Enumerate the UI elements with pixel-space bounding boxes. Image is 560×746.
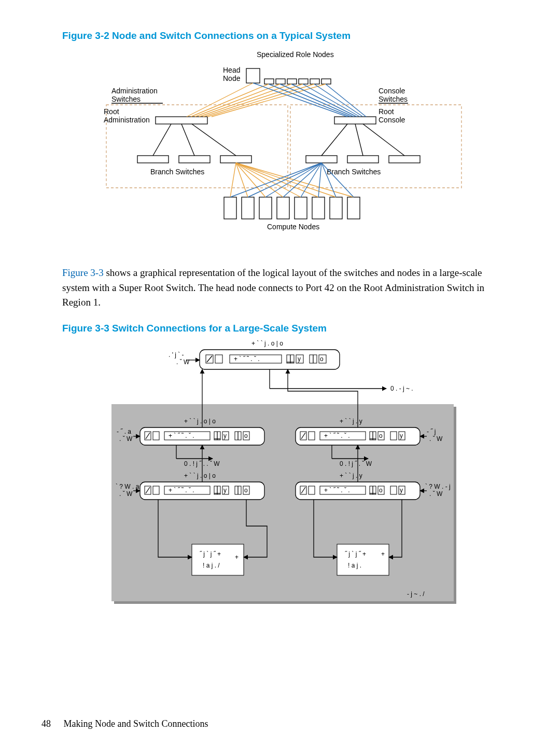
svg-text:.   ' j `    -: . ' j ` - xyxy=(169,351,184,358)
svg-text:. ˇ W: . ˇ W xyxy=(429,490,443,498)
svg-rect-5 xyxy=(321,79,331,84)
svg-line-46 xyxy=(236,163,301,197)
label-console-switches-2: Switches xyxy=(379,95,408,103)
body-paragraph: Figure 3-3 shows a graphical representat… xyxy=(62,266,498,310)
svg-rect-34 xyxy=(224,197,236,219)
svg-text:o: o xyxy=(320,355,324,363)
svg-rect-86 xyxy=(153,432,159,440)
svg-line-30 xyxy=(192,124,236,156)
svg-line-32 xyxy=(355,124,363,156)
svg-rect-3 xyxy=(299,79,308,84)
svg-rect-100 xyxy=(309,432,315,440)
svg-text:o: o xyxy=(244,487,248,494)
figure-3-3-diagram: .g-outer{fill:#b7b7b7;stroke:none} .g-sh… xyxy=(62,339,498,614)
svg-line-52 xyxy=(265,163,321,197)
label-compute-nodes: Compute Nodes xyxy=(267,223,319,231)
svg-rect-25 xyxy=(306,156,337,163)
svg-line-31 xyxy=(321,124,347,156)
svg-text:. ˇ W: . ˇ W xyxy=(176,358,190,366)
svg-rect-22 xyxy=(137,156,169,163)
svg-text:. ˇ W: . ˇ W xyxy=(119,490,133,498)
svg-rect-108 xyxy=(390,432,397,440)
svg-text:+: + xyxy=(235,554,239,561)
svg-text:o: o xyxy=(379,487,383,494)
body-paragraph-text: shows a graphical representation of the … xyxy=(62,267,484,308)
svg-rect-135 xyxy=(309,486,315,494)
svg-line-13 xyxy=(207,84,314,117)
svg-text:˝  j `  j ˝   +: ˝ j ` j ˝ + xyxy=(345,550,366,558)
svg-rect-23 xyxy=(179,156,210,163)
svg-text:+  ` ˝ ˜ . ˇ .: + ` ˝ ˜ . ˇ . xyxy=(169,487,194,494)
svg-rect-35 xyxy=(242,197,254,219)
svg-text:˝  j `  j ˝  +: ˝ j ` j ˝ + xyxy=(200,550,221,558)
svg-text:+  ` ˝ ˜ . ˇ .: + ` ˝ ˜ . ˇ . xyxy=(234,355,260,363)
svg-text:+ `     `  j .   o | o: + ` ` j . o | o xyxy=(184,418,216,425)
svg-rect-121 xyxy=(153,486,159,494)
svg-text:+  ` ˝ ˜ . ˇ .: + ` ˝ ˜ . ˇ . xyxy=(169,432,194,439)
svg-text:-   ˝  . a: - ˝ . a xyxy=(117,428,131,435)
svg-text:0  . ! j  ˝ .    ˇ W: 0 . ! j ˝ . ˇ W xyxy=(340,460,372,467)
svg-text:-     ˝        j: - ˝ j xyxy=(427,428,436,435)
label-specialized-role-nodes: Specialized Role Nodes xyxy=(257,50,334,59)
svg-text:. ˇ W: . ˇ W xyxy=(119,435,133,443)
svg-text:y: y xyxy=(298,355,301,363)
svg-text:+  ` ˝ ˜ . ˇ .: + ` ˝ ˜ . ˇ . xyxy=(324,487,350,494)
svg-line-42 xyxy=(230,163,236,197)
svg-line-53 xyxy=(283,163,321,197)
svg-line-28 xyxy=(153,124,171,156)
label-head: Head xyxy=(223,66,240,74)
svg-line-33 xyxy=(363,124,404,156)
svg-line-17 xyxy=(280,84,354,117)
svg-text:y: y xyxy=(223,432,227,439)
svg-rect-1 xyxy=(276,79,285,84)
svg-rect-39 xyxy=(312,197,325,219)
svg-rect-0 xyxy=(264,79,274,84)
svg-rect-2 xyxy=(287,79,297,84)
label-branch-switches-left: Branch Switches xyxy=(150,168,204,176)
svg-text:o: o xyxy=(379,432,383,439)
svg-rect-40 xyxy=(330,197,342,219)
page-number: 48 xyxy=(41,719,61,729)
svg-text:y: y xyxy=(400,432,403,439)
svg-text:` ? W .    -   j: ` ? W . - j xyxy=(425,483,451,490)
svg-rect-37 xyxy=(277,197,289,219)
label-head-node: Node xyxy=(223,74,241,82)
svg-text:o: o xyxy=(244,432,248,439)
svg-text:!   a j . /: ! a j . / xyxy=(203,562,220,569)
svg-rect-36 xyxy=(259,197,272,219)
figure-3-2-diagram: .lbl{font-family:Arial,sans-serif;font-s… xyxy=(62,47,498,244)
svg-text:0  . - j ~     .: 0 . - j ~ . xyxy=(390,385,413,392)
svg-line-10 xyxy=(195,84,280,117)
label-branch-switches-right: Branch Switches xyxy=(327,168,381,176)
svg-text:- j ~       . /: - j ~ . / xyxy=(407,590,425,598)
svg-text:!   a j .: ! a j . xyxy=(348,562,361,569)
figure-3-2-title: Figure 3-2 Node and Switch Connections o… xyxy=(62,30,498,42)
svg-text:` ? W  .  a: ` ? W . a xyxy=(116,483,139,490)
svg-rect-41 xyxy=(347,197,360,219)
svg-line-11 xyxy=(199,84,291,117)
svg-text:. ˇ W: . ˇ W xyxy=(429,435,443,443)
svg-text:y: y xyxy=(400,487,403,494)
svg-text:y: y xyxy=(223,487,227,494)
svg-rect-143 xyxy=(390,486,397,494)
svg-text:+ `     `  j .    y: + ` ` j . y xyxy=(340,472,362,479)
head-node-box xyxy=(246,68,260,83)
svg-text:+: + xyxy=(381,550,385,558)
svg-text:+  ` ˝ ˜ . ˇ .: + ` ˝ ˜ . ˇ . xyxy=(324,432,350,439)
svg-text:+ `     `  j .    y: + ` ` j . y xyxy=(340,418,362,425)
figure-3-3-link[interactable]: Figure 3-3 xyxy=(62,267,104,278)
svg-rect-61 xyxy=(215,355,222,363)
svg-text:+ `    ` j .   o | o: + ` ` j . o | o xyxy=(251,340,283,347)
root-admin-switch xyxy=(156,117,207,124)
root-console-switch xyxy=(334,117,376,124)
svg-rect-4 xyxy=(310,79,319,84)
svg-rect-38 xyxy=(295,197,307,219)
label-admin-switches-1: Administration xyxy=(111,87,158,95)
label-root-admin-2: Administration xyxy=(104,116,150,124)
svg-rect-24 xyxy=(220,156,251,163)
svg-line-51 xyxy=(248,163,321,197)
page-footer: 48 Making Node and Switch Connections xyxy=(41,719,208,729)
svg-line-8 xyxy=(187,83,253,117)
label-console-switches-1: Console xyxy=(379,87,405,95)
label-root-console-1: Root xyxy=(379,107,394,116)
